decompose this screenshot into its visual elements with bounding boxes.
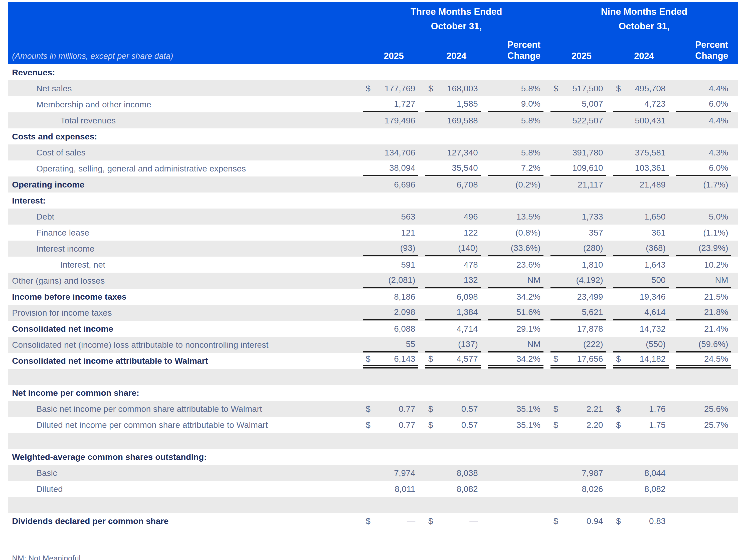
cell-value: 121 [401,228,415,238]
value-cell [675,449,738,465]
cell-value: 103,361 [635,163,666,173]
dollar-sign: $ [553,84,558,93]
table-row: Membership and other income1,7271,5859.0… [8,96,738,113]
value-cell: $177,769 [363,80,425,96]
cell-value: 23.6% [516,260,541,269]
column-header: 2024 [613,39,675,64]
column-header: 2025 [550,39,613,64]
cell-value: 517,500 [572,84,603,93]
value-cell: $2.21 [550,401,613,417]
value-cell [550,369,613,385]
value-cell [488,465,550,481]
cell-value: 25.7% [704,420,728,430]
table-row: Total revenues179,496169,5885.8%522,5075… [8,113,738,128]
value-cell: 4.4% [675,80,738,96]
value-cell: 35.1% [488,417,550,433]
cell-value: 1.76 [649,404,666,414]
cell-value: 35.1% [516,404,541,414]
value-cell: 14,732 [613,321,675,337]
value-cell: 10.2% [675,257,738,273]
cell-value: 0.77 [399,404,415,414]
value-cell: (0.2%) [488,177,550,193]
value-cell: $— [363,513,425,529]
cell-value: 5,621 [582,307,603,317]
cell-value: 109,610 [572,163,603,173]
cell-value: (1.1%) [703,228,728,238]
value-cell: 8,026 [550,481,613,497]
value-cell: 122 [425,224,488,241]
cell-value: (280) [583,243,603,253]
row-label: Operating, selling, general and administ… [8,160,363,177]
value-cell: 23,499 [550,288,613,305]
cell-value: 1,733 [582,212,603,222]
cell-value: (1.7%) [703,180,728,189]
column-header-label: 2025 [571,51,591,61]
value-cell: 1,643 [613,257,675,273]
value-cell [613,385,675,401]
cell-value: 4,577 [456,354,478,364]
value-cell: 13.5% [488,208,550,224]
value-cell: $0.77 [363,417,425,433]
table-row: Operating income6,6966,708(0.2%)21,11721… [8,177,738,193]
cell-value: 17,656 [577,354,603,364]
cell-value: — [469,516,478,526]
value-cell [363,128,425,144]
value-cell: 522,507 [550,113,613,128]
period-header-row: Three Months Ended October 31, Nine Mont… [8,2,738,39]
value-cell: (222) [550,337,613,353]
cell-value: (4,192) [576,275,603,285]
value-cell: $1.76 [613,401,675,417]
dollar-sign: $ [553,404,558,414]
table-row: Net income per common share: [8,385,738,401]
cell-value: 2,098 [394,307,415,317]
value-cell [425,449,488,465]
table-row: Consolidated net income attributable to … [8,353,738,369]
value-cell [613,433,675,449]
period-header-three-months: Three Months Ended October 31, [363,2,550,39]
value-cell: $0.57 [425,401,488,417]
value-cell: 4.4% [675,113,738,128]
cell-value: 21,489 [640,180,666,189]
value-cell: NM [488,273,550,288]
cell-value: (2,081) [388,275,415,285]
value-cell [488,385,550,401]
cell-value: 19,346 [640,292,666,302]
cell-value: 591 [401,260,415,269]
value-cell: 1,650 [613,208,675,224]
cell-value: 0.94 [587,516,603,526]
value-cell: 21.4% [675,321,738,337]
dollar-sign: $ [428,354,433,364]
value-cell: 6.0% [675,96,738,113]
value-cell: 5.8% [488,80,550,96]
row-label: Total revenues [8,113,363,128]
value-cell [550,64,613,80]
value-cell: 7,974 [363,465,425,481]
cell-value: 5.8% [521,116,541,125]
cell-value: 14,182 [640,354,666,364]
value-cell [488,369,550,385]
cell-value: 122 [464,228,478,238]
value-cell: $517,500 [550,80,613,96]
value-cell: $— [425,513,488,529]
value-cell: 109,610 [550,160,613,177]
value-cell: 8,082 [613,481,675,497]
value-cell [550,497,613,513]
value-cell: $495,708 [613,80,675,96]
value-cell: 34.2% [488,288,550,305]
cell-value: 7,987 [582,468,603,478]
value-cell: 127,340 [425,144,488,160]
cell-value: 177,769 [385,84,415,93]
value-cell: $1.75 [613,417,675,433]
cell-value: 21.4% [704,324,728,334]
cell-value: 361 [651,228,666,238]
value-cell [675,369,738,385]
value-cell: (0.8%) [488,224,550,241]
value-cell: 1,585 [425,96,488,113]
cell-value: 132 [464,275,478,285]
spacer-row [8,433,738,449]
cell-value: 21,117 [578,180,603,189]
value-cell: 6,088 [363,321,425,337]
period-subtitle: October 31, [550,21,738,32]
table-row: Finance lease121122(0.8%)357361(1.1%) [8,224,738,241]
column-header-label: 2024 [634,51,654,61]
